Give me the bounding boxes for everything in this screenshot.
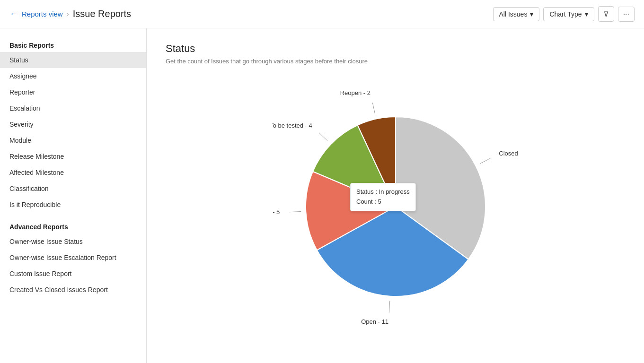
svg-line-0 bbox=[480, 158, 490, 164]
page-title: Issue Reports bbox=[73, 9, 131, 19]
sidebar-item-escalation[interactable]: Escalation bbox=[0, 100, 146, 116]
sidebar: Basic Reports StatusAssigneeReporterEsca… bbox=[0, 28, 147, 363]
sidebar-item-owner-escalation[interactable]: Owner-wise Issue Escalation Report bbox=[0, 250, 146, 266]
sidebar-item-classification[interactable]: Classification bbox=[0, 181, 146, 197]
header-right: All Issues ▾ Chart Type ▾ ⊽ ··· bbox=[493, 6, 635, 22]
sidebar-item-owner-issue-status[interactable]: Owner-wise Issue Status bbox=[0, 233, 146, 250]
chart-type-button[interactable]: Chart Type ▾ bbox=[543, 7, 594, 21]
chevron-down-icon: ▾ bbox=[530, 10, 533, 18]
pie-label-open: Open - 11 bbox=[361, 318, 388, 325]
breadcrumb-separator: › bbox=[67, 10, 69, 18]
sidebar-item-severity[interactable]: Severity bbox=[0, 116, 146, 132]
filter-button[interactable]: ⊽ bbox=[598, 6, 614, 22]
more-options-button[interactable]: ··· bbox=[618, 7, 635, 22]
all-issues-label: All Issues bbox=[499, 10, 528, 18]
pie-label-to-be-tested: To be tested - 4 bbox=[273, 122, 312, 129]
layout: Basic Reports StatusAssigneeReporterEsca… bbox=[0, 28, 644, 363]
svg-line-1 bbox=[389, 301, 390, 313]
chart-area: Closed - 12Open - 11In progress - 5To be… bbox=[166, 79, 625, 325]
sidebar-item-reproducible[interactable]: Is it Reproducible bbox=[0, 197, 146, 213]
sidebar-item-release-milestone[interactable]: Release Milestone bbox=[0, 148, 146, 164]
svg-line-3 bbox=[319, 133, 327, 141]
sidebar-item-reporter[interactable]: Reporter bbox=[0, 84, 146, 100]
back-button[interactable]: ← bbox=[9, 9, 18, 19]
sidebar-item-assignee[interactable]: Assignee bbox=[0, 68, 146, 84]
sidebar-item-created-vs-closed[interactable]: Created Vs Closed Issues Report bbox=[0, 282, 146, 298]
header-left: ← Reports view › Issue Reports bbox=[9, 9, 131, 19]
sidebar-item-affected-milestone[interactable]: Affected Milestone bbox=[0, 164, 146, 181]
svg-line-4 bbox=[372, 103, 375, 114]
chart-type-label: Chart Type bbox=[549, 10, 582, 18]
basic-reports-title: Basic Reports bbox=[0, 38, 146, 52]
more-icon: ··· bbox=[623, 10, 629, 18]
pie-label-in-progress: In progress - 5 bbox=[273, 208, 280, 216]
report-title: Status bbox=[166, 43, 625, 55]
pie-label-reopen: Reopen - 2 bbox=[340, 89, 370, 96]
pie-label-closed: Closed - 12 bbox=[499, 150, 519, 157]
all-issues-button[interactable]: All Issues ▾ bbox=[493, 7, 540, 21]
sidebar-item-module[interactable]: Module bbox=[0, 132, 146, 148]
sidebar-item-custom-issue[interactable]: Custom Issue Report bbox=[0, 266, 146, 282]
header: ← Reports view › Issue Reports All Issue… bbox=[0, 0, 644, 28]
filter-icon: ⊽ bbox=[603, 10, 609, 18]
svg-line-2 bbox=[289, 211, 301, 212]
pie-chart: Closed - 12Open - 11In progress - 5To be… bbox=[273, 79, 519, 325]
sidebar-item-status[interactable]: Status bbox=[0, 52, 146, 68]
advanced-reports-title: Advanced Reports bbox=[0, 219, 146, 233]
main-content: Status Get the count of Issues that go t… bbox=[147, 28, 644, 363]
breadcrumb-reports-link[interactable]: Reports view bbox=[22, 10, 63, 18]
chevron-down-icon-2: ▾ bbox=[585, 10, 588, 18]
report-subtitle: Get the count of Issues that go through … bbox=[166, 58, 625, 65]
